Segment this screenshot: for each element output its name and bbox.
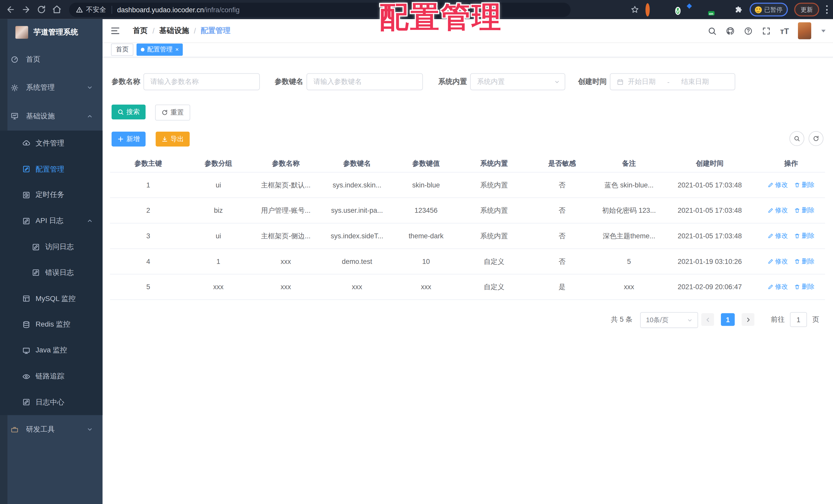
sidebar-item-dev-tools[interactable]: 研发工具 bbox=[0, 415, 103, 444]
cell: 自定义 bbox=[460, 257, 529, 266]
tag-config-active[interactable]: 配置管理 × bbox=[137, 44, 183, 56]
add-button[interactable]: 新增 bbox=[112, 132, 146, 147]
start-date-placeholder[interactable]: 开始日期 bbox=[628, 77, 656, 86]
delete-link[interactable]: 删除 bbox=[794, 180, 814, 190]
toggle-search-button[interactable] bbox=[789, 131, 804, 146]
sidebar-item-mysql[interactable]: MySQL 监控 bbox=[0, 286, 103, 311]
extension-pin-icon[interactable] bbox=[660, 5, 668, 14]
extension-leaf-icon[interactable] bbox=[720, 5, 728, 14]
home-icon[interactable] bbox=[52, 5, 62, 14]
delete-link[interactable]: 删除 bbox=[794, 231, 814, 241]
sidebar-item-system[interactable]: 系统管理 bbox=[0, 74, 103, 102]
browser-update-button[interactable]: 更新 bbox=[794, 3, 819, 16]
sidebar-item-label: 日志中心 bbox=[35, 398, 64, 407]
sidebar-item-redis[interactable]: Redis 监控 bbox=[0, 312, 103, 337]
reload-icon[interactable] bbox=[37, 5, 46, 14]
download-icon bbox=[162, 136, 168, 142]
sidebar-item-api-log[interactable]: API 日志 bbox=[0, 208, 103, 234]
next-page-button[interactable] bbox=[742, 313, 755, 326]
font-size-icon[interactable]: тT bbox=[780, 26, 789, 35]
create-time-label: 创建时间 bbox=[578, 73, 607, 90]
cell: xxx bbox=[392, 283, 460, 291]
security-label[interactable]: 不安全 bbox=[86, 5, 106, 14]
search-icon[interactable] bbox=[708, 26, 717, 35]
bookmark-star-icon[interactable] bbox=[630, 5, 639, 14]
user-avatar[interactable] bbox=[798, 22, 811, 39]
placeholder-text: 请输入参数键名 bbox=[313, 77, 362, 86]
system-type-select[interactable]: 系统内置 bbox=[470, 73, 565, 90]
forward-icon[interactable] bbox=[21, 5, 31, 14]
page-size-select[interactable]: 10条/页 bbox=[640, 312, 698, 328]
edit-pen-icon bbox=[32, 243, 40, 251]
search-button[interactable]: 搜索 bbox=[112, 105, 146, 120]
sidebar-item-config-manage[interactable]: 配置管理 bbox=[0, 156, 103, 182]
url-path[interactable]: /infra/config bbox=[204, 6, 240, 14]
back-icon[interactable] bbox=[6, 5, 15, 14]
cell: 否 bbox=[529, 231, 596, 241]
sidebar-item-error-log[interactable]: 错误日志 bbox=[0, 260, 103, 286]
delete-link[interactable]: 删除 bbox=[794, 206, 814, 215]
hamburger-icon[interactable] bbox=[111, 26, 120, 35]
sidebar-item-label: 文件管理 bbox=[35, 138, 64, 148]
param-key-input[interactable]: 请输入参数键名 bbox=[307, 73, 423, 90]
fullscreen-icon[interactable] bbox=[762, 26, 771, 35]
app-logo-row[interactable]: 芋道管理系统 bbox=[0, 19, 103, 45]
trash-icon bbox=[794, 233, 800, 239]
browser-menu-icon[interactable] bbox=[826, 5, 828, 14]
sidebar-item-java[interactable]: Java 监控 bbox=[0, 337, 103, 363]
extensions-puzzle-icon[interactable] bbox=[735, 5, 743, 14]
edit-link[interactable]: 修改 bbox=[768, 206, 788, 215]
breadcrumb: 首页 / 基础设施 / 配置管理 bbox=[133, 26, 231, 35]
breadcrumb-infra[interactable]: 基础设施 bbox=[160, 26, 189, 35]
date-range-picker[interactable]: 开始日期 - 结束日期 bbox=[610, 73, 735, 90]
tag-close-icon[interactable]: × bbox=[175, 47, 178, 53]
paused-extension-pill[interactable]: 已暂停 bbox=[749, 3, 788, 16]
param-name-input[interactable]: 请输入参数名称 bbox=[143, 73, 260, 90]
cell: xxx bbox=[250, 257, 322, 266]
extension-duo-icon[interactable] bbox=[690, 5, 698, 14]
extension-check-icon[interactable]: V bbox=[675, 5, 683, 14]
edit-link[interactable]: 修改 bbox=[768, 282, 788, 291]
select-placeholder: 系统内置 bbox=[477, 77, 505, 86]
sidebar-item-file-manage[interactable]: 文件管理 bbox=[0, 130, 103, 156]
reset-button[interactable]: 重置 bbox=[155, 105, 190, 121]
help-icon[interactable] bbox=[744, 26, 753, 35]
divider bbox=[111, 6, 112, 14]
edit-link[interactable]: 修改 bbox=[768, 180, 788, 190]
edit-link[interactable]: 修改 bbox=[768, 257, 788, 266]
sidebar-item-trace[interactable]: 链路追踪 bbox=[0, 363, 103, 389]
goto-page-input[interactable] bbox=[790, 312, 807, 327]
user-menu-caret-icon[interactable] bbox=[821, 29, 826, 32]
col-header: 参数分组 bbox=[187, 158, 250, 168]
delete-label: 删除 bbox=[802, 206, 814, 215]
extension-on-icon[interactable]: on bbox=[705, 5, 713, 14]
sidebar-item-access-log[interactable]: 访问日志 bbox=[0, 234, 103, 260]
sidebar-item-home[interactable]: 首页 bbox=[0, 45, 103, 73]
button-label: 导出 bbox=[170, 134, 184, 144]
tags-bar: 首页 配置管理 × bbox=[103, 43, 833, 57]
github-icon[interactable] bbox=[726, 26, 735, 35]
delete-link[interactable]: 删除 bbox=[794, 257, 814, 266]
trash-icon bbox=[794, 258, 800, 264]
placeholder-text: 请输入参数名称 bbox=[150, 77, 198, 86]
tag-home[interactable]: 首页 bbox=[111, 44, 133, 56]
page-unit-label: 页 bbox=[812, 312, 819, 327]
button-label: 重置 bbox=[170, 108, 184, 117]
export-button[interactable]: 导出 bbox=[156, 132, 190, 147]
end-date-placeholder[interactable]: 结束日期 bbox=[681, 77, 709, 86]
current-page-button[interactable]: 1 bbox=[721, 313, 735, 326]
breadcrumb-current: 配置管理 bbox=[200, 26, 230, 35]
dashboard-icon bbox=[11, 55, 19, 63]
briefcase-icon bbox=[11, 426, 19, 433]
url-host[interactable]: dashboard.yudao.iocoder.cn bbox=[117, 6, 204, 14]
sidebar-item-log-center[interactable]: 日志中心 bbox=[0, 389, 103, 415]
extension-ring-icon[interactable] bbox=[645, 5, 653, 14]
delete-link[interactable]: 删除 bbox=[794, 282, 814, 291]
breadcrumb-home[interactable]: 首页 bbox=[133, 26, 148, 35]
refresh-table-button[interactable] bbox=[809, 131, 824, 146]
plus-icon bbox=[117, 136, 124, 142]
sidebar-item-job[interactable]: 定时任务 bbox=[0, 182, 103, 208]
prev-page-button[interactable] bbox=[701, 313, 714, 326]
edit-link[interactable]: 修改 bbox=[768, 231, 788, 241]
sidebar-item-infra[interactable]: 基础设施 bbox=[0, 102, 103, 130]
